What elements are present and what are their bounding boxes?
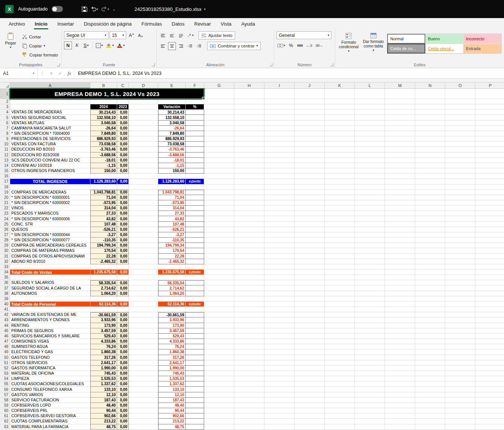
cell-label[interactable]: VENTAS DE MERCADERAS: [10, 110, 90, 115]
cell[interactable]: [355, 419, 385, 424]
cell[interactable]: [186, 264, 204, 270]
cell[interactable]: [385, 398, 415, 403]
cell[interactable]: [129, 142, 158, 147]
cell[interactable]: [445, 104, 475, 110]
cell-variation[interactable]: -573,95: [158, 200, 186, 206]
row-header-7[interactable]: 7: [0, 126, 10, 131]
cell[interactable]: [385, 317, 415, 323]
cell[interactable]: [204, 163, 234, 168]
cell[interactable]: [385, 158, 415, 163]
cell[interactable]: [445, 312, 475, 317]
cell[interactable]: [204, 381, 234, 387]
cell[interactable]: [204, 232, 234, 238]
cell[interactable]: [90, 275, 117, 280]
cell[interactable]: [186, 99, 204, 104]
cell[interactable]: [264, 264, 295, 270]
cell[interactable]: [204, 238, 234, 243]
cell[interactable]: [475, 89, 504, 99]
cell[interactable]: [415, 168, 445, 174]
cell[interactable]: [475, 344, 504, 349]
cell[interactable]: [415, 323, 445, 328]
cell[interactable]: [264, 291, 295, 296]
cell[interactable]: [325, 174, 355, 179]
cell-value-2024[interactable]: -110,35: [90, 238, 117, 243]
cell[interactable]: [385, 413, 415, 419]
cell[interactable]: [415, 371, 445, 376]
cell[interactable]: [415, 179, 445, 184]
cell[interactable]: [385, 248, 415, 253]
style-normal[interactable]: Normal: [387, 34, 425, 44]
cell[interactable]: [415, 131, 445, 136]
cell[interactable]: [325, 349, 355, 355]
cell[interactable]: [234, 206, 264, 211]
row-header-27[interactable]: 27: [0, 232, 10, 238]
cell[interactable]: [475, 147, 504, 152]
cell-value-2024[interactable]: 3.933,96: [90, 317, 117, 323]
cell-pct[interactable]: [186, 259, 204, 264]
cell[interactable]: [475, 387, 504, 392]
cell[interactable]: [415, 185, 445, 190]
cell[interactable]: [385, 174, 415, 179]
cell-value-2024[interactable]: 71,04: [90, 195, 117, 200]
cell[interactable]: [129, 120, 158, 126]
cell[interactable]: [475, 270, 504, 275]
row-header-50[interactable]: 50: [0, 355, 10, 360]
align-bottom-button[interactable]: [177, 32, 185, 40]
row-header-32[interactable]: 32: [0, 259, 10, 264]
cell[interactable]: [234, 211, 264, 216]
cell[interactable]: [325, 291, 355, 296]
row-header-4[interactable]: 4: [0, 110, 10, 115]
cell[interactable]: [445, 158, 475, 163]
row-header-1[interactable]: 1: [0, 89, 10, 99]
cell-pct[interactable]: [186, 158, 204, 163]
cell[interactable]: [475, 392, 504, 398]
cell[interactable]: [445, 381, 475, 387]
cell[interactable]: [204, 264, 234, 270]
cell[interactable]: [264, 89, 295, 99]
cell[interactable]: [295, 89, 325, 99]
cell[interactable]: [385, 222, 415, 227]
cell-value-2023[interactable]: 0,00: [117, 344, 129, 349]
cell[interactable]: [415, 227, 445, 232]
cell[interactable]: [445, 248, 475, 253]
cell-label[interactable]: CAMPANYA MASCARETA SALUT: [10, 126, 90, 131]
row-header-8[interactable]: 8: [0, 131, 10, 136]
cell[interactable]: [325, 243, 355, 248]
cell[interactable]: [355, 275, 385, 280]
cell-header-2023[interactable]: 2023: [117, 104, 129, 110]
cell[interactable]: [234, 392, 264, 398]
cell[interactable]: [475, 238, 504, 243]
cell[interactable]: [385, 349, 415, 355]
cell[interactable]: [295, 344, 325, 349]
cell[interactable]: [445, 296, 475, 302]
cell[interactable]: [325, 413, 355, 419]
cell[interactable]: [415, 392, 445, 398]
cell[interactable]: [445, 254, 475, 259]
cell[interactable]: [355, 339, 385, 344]
cell[interactable]: [385, 366, 415, 371]
cell[interactable]: [129, 376, 158, 381]
cell[interactable]: [415, 302, 445, 307]
cell[interactable]: [295, 222, 325, 227]
cell[interactable]: [129, 360, 158, 366]
cell[interactable]: [264, 232, 295, 238]
cell[interactable]: [415, 248, 445, 253]
cell[interactable]: [158, 264, 186, 270]
cell[interactable]: [355, 238, 385, 243]
row-header-45[interactable]: 45: [0, 328, 10, 334]
cell[interactable]: [325, 248, 355, 253]
cell[interactable]: [295, 179, 325, 184]
cell-value-2023[interactable]: 0,00: [117, 110, 129, 115]
row-header-59[interactable]: 59: [0, 403, 10, 408]
cell[interactable]: [129, 104, 158, 110]
cell-variation[interactable]: 48,75: [158, 424, 186, 430]
cell[interactable]: [10, 296, 90, 302]
cell[interactable]: [234, 334, 264, 339]
cell[interactable]: [445, 264, 475, 270]
cell[interactable]: [475, 104, 504, 110]
cell[interactable]: [204, 110, 234, 115]
cell[interactable]: [415, 120, 445, 126]
cell-label[interactable]: GASTOS INFORMATICA: [10, 366, 90, 371]
cell[interactable]: [325, 408, 355, 413]
cell[interactable]: [264, 126, 295, 131]
